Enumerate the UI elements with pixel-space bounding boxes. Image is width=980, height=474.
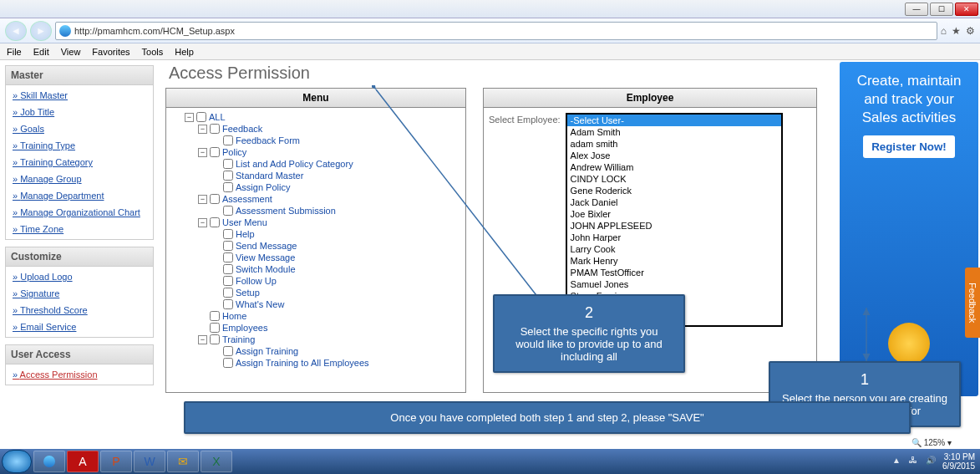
forward-button[interactable]: ► [30, 21, 52, 41]
employee-option[interactable]: -Select User- [567, 115, 781, 126]
tree-checkbox[interactable] [210, 334, 220, 344]
tree-item[interactable]: −User Menu [171, 217, 460, 228]
back-button[interactable]: ◄ [5, 21, 27, 41]
tree-checkbox[interactable] [223, 182, 233, 192]
sidebar-link[interactable]: Job Title [6, 104, 153, 120]
sidebar-link[interactable]: Manage Department [6, 187, 153, 204]
tree-item[interactable]: Help [171, 228, 460, 240]
tree-checkbox[interactable] [223, 252, 233, 262]
expand-collapse-icon[interactable]: − [198, 195, 207, 204]
employee-option[interactable]: Larry Cook [567, 243, 781, 255]
sidebar-link[interactable]: Signature [6, 285, 153, 302]
expand-collapse-icon[interactable]: − [198, 335, 207, 344]
tree-checkbox[interactable] [223, 346, 233, 356]
menu-tree[interactable]: −ALL−FeedbackFeedback Form−PolicyList an… [166, 108, 465, 392]
sidebar-link[interactable]: Access Permission [6, 366, 153, 383]
address-bar[interactable]: http://pmamhcm.com/HCM_Setup.aspx [55, 22, 937, 40]
tree-item[interactable]: Follow Up [171, 275, 460, 287]
employee-option[interactable]: Andrew William [567, 161, 781, 173]
tree-checkbox[interactable] [223, 159, 233, 169]
tree-item[interactable]: −Feedback [171, 123, 460, 135]
taskbar-outlook-icon[interactable]: ✉ [167, 451, 199, 472]
employee-option[interactable]: JOHN APPLESEED [567, 220, 781, 232]
taskbar-word-icon[interactable]: W [134, 451, 165, 472]
tree-item[interactable]: −Assessment [171, 193, 460, 205]
expand-collapse-icon[interactable]: − [198, 218, 207, 227]
maximize-button[interactable]: ☐ [930, 3, 953, 16]
home-icon[interactable]: ⌂ [941, 25, 947, 37]
expand-collapse-icon[interactable]: − [198, 148, 207, 157]
sidebar-link[interactable]: Email Service [6, 319, 153, 335]
tree-item[interactable]: List and Add Policy Category [171, 158, 460, 170]
tree-item[interactable]: What's New [171, 298, 460, 310]
sidebar-link[interactable]: Training Type [6, 137, 153, 154]
tree-item[interactable]: Switch Module [171, 263, 460, 275]
tree-checkbox[interactable] [196, 112, 206, 122]
sidebar-link[interactable]: Goals [6, 120, 153, 137]
tree-checkbox[interactable] [223, 358, 233, 368]
register-now-button[interactable]: Register Now! [863, 135, 955, 158]
employee-option[interactable]: John Harper [567, 232, 781, 243]
employee-option[interactable]: CINDY LOCK [567, 173, 781, 185]
tree-item[interactable]: Assessment Submission [171, 205, 460, 217]
expand-collapse-icon[interactable]: − [185, 113, 194, 122]
menu-tools[interactable]: Tools [142, 47, 164, 57]
tree-item[interactable]: Assign Training to All Employees [171, 357, 460, 369]
tree-checkbox[interactable] [223, 229, 233, 239]
employee-option[interactable]: Adam Smith [567, 126, 781, 138]
sidebar-link[interactable]: Threshold Score [6, 302, 153, 319]
feedback-tab[interactable]: Feedback [965, 268, 980, 338]
menu-edit[interactable]: Edit [33, 47, 49, 57]
expand-collapse-icon[interactable]: − [198, 125, 207, 134]
tree-item[interactable]: −ALL [171, 111, 460, 123]
tree-checkbox[interactable] [223, 288, 233, 298]
sidebar-link[interactable]: Time Zone [6, 221, 153, 237]
clock-date[interactable]: 6/9/2015 [942, 461, 975, 471]
tools-icon[interactable]: ⚙ [966, 25, 975, 37]
tree-checkbox[interactable] [223, 264, 233, 274]
tree-checkbox[interactable] [223, 135, 233, 145]
tree-checkbox[interactable] [210, 194, 220, 204]
tree-checkbox[interactable] [210, 217, 220, 227]
employee-option[interactable]: Jack Daniel [567, 196, 781, 208]
sidebar-link[interactable]: Manage Organizational Chart [6, 204, 153, 221]
sidebar-link[interactable]: Manage Group [6, 171, 153, 187]
menu-view[interactable]: View [61, 47, 81, 57]
tree-item[interactable]: Standard Master [171, 170, 460, 181]
tree-item[interactable]: Setup [171, 287, 460, 298]
employee-option[interactable]: PMAM TestOfficer [567, 267, 781, 278]
zoom-indicator[interactable]: 🔍 125% ▾ [911, 438, 952, 447]
tree-item[interactable]: −Policy [171, 146, 460, 158]
sidebar-link[interactable]: Training Category [6, 154, 153, 171]
tree-checkbox[interactable] [223, 241, 233, 251]
tree-item[interactable]: Assign Policy [171, 181, 460, 193]
employee-option[interactable]: adam smith [567, 138, 781, 150]
tree-item[interactable]: View Message [171, 252, 460, 263]
employee-option[interactable]: Joe Bixler [567, 208, 781, 220]
favorites-icon[interactable]: ★ [952, 25, 961, 37]
taskbar-adobe-icon[interactable]: A [67, 451, 99, 472]
tree-checkbox[interactable] [223, 206, 233, 216]
sidebar-link[interactable]: Upload Logo [6, 268, 153, 285]
tree-item[interactable]: Assign Training [171, 345, 460, 357]
employee-option[interactable]: Gene Roderick [567, 185, 781, 196]
taskbar-excel-icon[interactable]: X [201, 451, 232, 472]
employee-option[interactable]: Mark Henry [567, 255, 781, 267]
tree-item[interactable]: Send Message [171, 240, 460, 252]
tree-checkbox[interactable] [210, 147, 220, 157]
taskbar-powerpoint-icon[interactable]: P [100, 451, 132, 472]
start-button[interactable] [2, 450, 32, 473]
menu-help[interactable]: Help [175, 47, 194, 57]
tree-checkbox[interactable] [210, 124, 220, 134]
tree-item[interactable]: Feedback Form [171, 135, 460, 146]
tray-network-icon[interactable]: 🖧 [909, 456, 921, 467]
sidebar-link[interactable]: Skill Master [6, 87, 153, 104]
employee-option[interactable]: Samuel Jones [567, 278, 781, 290]
tree-item[interactable]: −Training [171, 334, 460, 345]
tray-volume-icon[interactable]: 🔊 [926, 456, 937, 467]
clock-time[interactable]: 3:10 PM [942, 452, 975, 461]
tree-item[interactable]: Employees [171, 322, 460, 334]
tree-checkbox[interactable] [210, 311, 220, 321]
menu-file[interactable]: File [7, 47, 22, 57]
employee-option[interactable]: Alex Jose [567, 150, 781, 161]
